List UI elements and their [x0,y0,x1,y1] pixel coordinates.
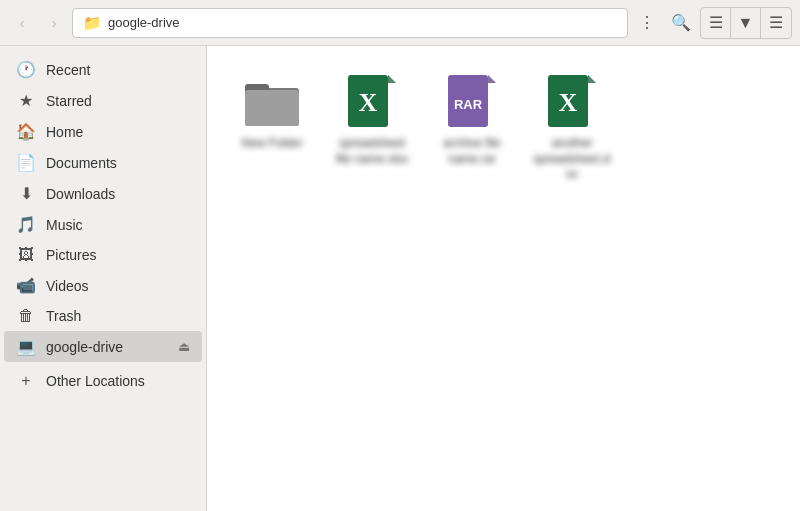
list-view-icon: ☰ [709,13,723,32]
file-item-rar[interactable]: RAR archive file name.rar [427,66,517,191]
rar-file-icon: RAR [444,74,500,130]
list-view-button[interactable]: ☰ [701,8,731,38]
excel2-file-icon: X [544,74,600,130]
file-item-folder[interactable]: New Folder [227,66,317,191]
starred-icon: ★ [16,91,36,110]
sidebar-item-label: Recent [46,62,90,78]
location-text: google-drive [108,15,180,30]
google-drive-icon: 💻 [16,337,36,356]
excel1-file-icon: X [344,74,400,130]
pictures-icon: 🖼 [16,246,36,264]
forward-button[interactable]: › [40,9,68,37]
svg-text:X: X [359,88,378,117]
home-icon: 🏠 [16,122,36,141]
main-layout: 🕐 Recent ★ Starred 🏠 Home 📄 Documents ⬇ … [0,46,800,511]
videos-icon: 📹 [16,276,36,295]
recent-icon: 🕐 [16,60,36,79]
sidebar-item-label: Music [46,217,83,233]
sidebar-item-label: Documents [46,155,117,171]
downloads-icon: ⬇ [16,184,36,203]
svg-marker-13 [588,75,596,83]
svg-text:X: X [559,88,578,117]
hamburger-menu-button[interactable]: ☰ [761,8,791,38]
file-name-excel1: spreadsheet file name.xlsx [331,136,413,167]
sidebar-item-pictures[interactable]: 🖼 Pictures [4,240,202,270]
sidebar-item-label: Starred [46,93,92,109]
sidebar-item-label: Trash [46,308,81,324]
documents-icon: 📄 [16,153,36,172]
location-folder-icon: 📁 [83,14,102,32]
sidebar-item-other-locations[interactable]: + Other Locations [4,366,202,396]
overflow-menu-icon: ⋮ [639,13,655,32]
back-button[interactable]: ‹ [8,9,36,37]
location-bar: 📁 google-drive [72,8,628,38]
sidebar-item-label: Home [46,124,83,140]
sidebar-item-music[interactable]: 🎵 Music [4,209,202,240]
folder-file-icon [244,74,300,130]
svg-rect-2 [245,90,299,126]
view-dropdown-icon: ▼ [738,14,754,32]
sidebar-item-label: Videos [46,278,89,294]
search-icon: 🔍 [671,13,691,32]
other-locations-icon: + [16,372,36,390]
sidebar-item-documents[interactable]: 📄 Documents [4,147,202,178]
file-content-area: New Folder X spreadsheet file name.xlsx [207,46,800,511]
file-name-excel2: another spreadsheet.xlsx [531,136,613,183]
eject-button[interactable]: ⏏ [178,339,190,354]
hamburger-menu-icon: ☰ [769,13,783,32]
file-item-excel1[interactable]: X spreadsheet file name.xlsx [327,66,417,191]
sidebar-item-google-drive[interactable]: 💻 google-drive ⏏ [4,331,202,362]
sidebar-item-label: google-drive [46,339,123,355]
trash-icon: 🗑 [16,307,36,325]
svg-marker-5 [388,75,396,83]
search-button[interactable]: 🔍 [666,8,696,38]
file-name-folder: New Folder [241,136,302,152]
svg-marker-9 [488,75,496,83]
sidebar-item-label: Other Locations [46,373,145,389]
sidebar: 🕐 Recent ★ Starred 🏠 Home 📄 Documents ⬇ … [0,46,207,511]
svg-text:RAR: RAR [454,97,483,112]
sidebar-item-videos[interactable]: 📹 Videos [4,270,202,301]
toolbar: ‹ › 📁 google-drive ⋮ 🔍 ☰ ▼ ☰ [0,0,800,46]
file-name-rar: archive file name.rar [431,136,513,167]
overflow-menu-button[interactable]: ⋮ [632,8,662,38]
file-item-excel2[interactable]: X another spreadsheet.xlsx [527,66,617,191]
sidebar-item-starred[interactable]: ★ Starred [4,85,202,116]
sidebar-item-trash[interactable]: 🗑 Trash [4,301,202,331]
sidebar-item-downloads[interactable]: ⬇ Downloads [4,178,202,209]
view-controls: ☰ ▼ ☰ [700,7,792,39]
sidebar-item-recent[interactable]: 🕐 Recent [4,54,202,85]
back-icon: ‹ [20,15,25,31]
forward-icon: › [52,15,57,31]
music-icon: 🎵 [16,215,36,234]
sidebar-item-label: Downloads [46,186,115,202]
sidebar-item-label: Pictures [46,247,97,263]
view-dropdown-button[interactable]: ▼ [731,8,761,38]
sidebar-item-home[interactable]: 🏠 Home [4,116,202,147]
